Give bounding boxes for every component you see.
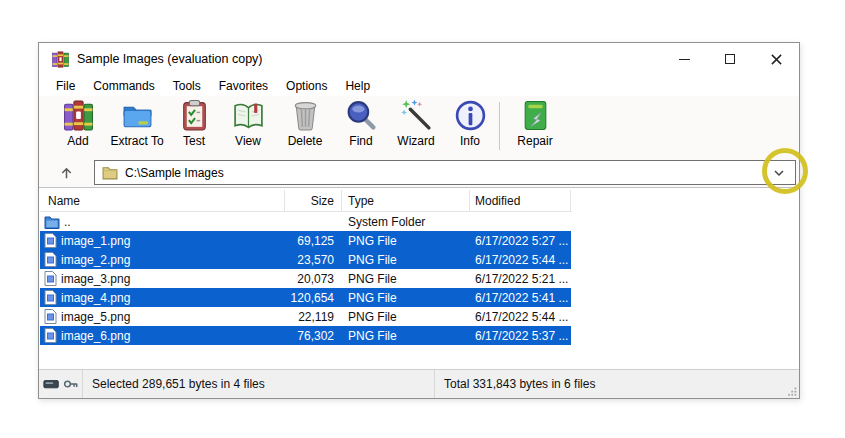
file-row-image-2[interactable]: image_2.png 23,570 PNG File 6/17/2022 5:… [40, 250, 571, 269]
delete-trash-icon [289, 99, 322, 132]
png-file-icon [44, 290, 57, 305]
column-header-name[interactable]: Name [40, 190, 285, 211]
up-folder-icon [44, 215, 60, 229]
title-bar[interactable]: Sample Images (evaluation copy) [39, 43, 799, 75]
caption-buttons [661, 43, 799, 75]
add-archive-icon [62, 99, 95, 132]
chevron-down-icon [774, 170, 784, 177]
parent-type-cell: System Folder [342, 212, 470, 231]
extract-folder-icon [121, 99, 154, 132]
add-button[interactable]: Add [49, 99, 107, 155]
find-label: Find [349, 134, 372, 148]
file-row-image-3[interactable]: image_3.png 20,073 PNG File 6/17/2022 5:… [40, 269, 571, 288]
minimize-icon [679, 59, 690, 60]
winrar-app-icon [52, 51, 69, 68]
maximize-icon [725, 54, 735, 64]
menu-options[interactable]: Options [277, 77, 336, 95]
file-list: Name Size Type Modified .. System Folder [40, 190, 798, 369]
file-row-image-1[interactable]: image_1.png 69,125 PNG File 6/17/2022 5:… [40, 231, 571, 250]
close-button[interactable] [753, 43, 799, 75]
menu-help[interactable]: Help [336, 77, 379, 95]
resize-grip[interactable] [788, 387, 797, 396]
up-directory-button[interactable] [49, 161, 83, 185]
close-icon [771, 54, 782, 65]
minimize-button[interactable] [661, 43, 707, 75]
view-book-icon [232, 99, 265, 132]
menu-favorites[interactable]: Favorites [210, 77, 277, 95]
repair-icon [519, 99, 552, 132]
delete-button[interactable]: Delete [275, 99, 335, 155]
address-path-text: C:\Sample Images [125, 166, 224, 180]
winrar-window: Sample Images (evaluation copy) File Com… [38, 42, 800, 399]
test-label: Test [183, 134, 205, 148]
key-icon [63, 377, 79, 391]
find-button[interactable]: Find [335, 99, 387, 155]
column-header-size[interactable]: Size [285, 190, 342, 211]
wizard-button[interactable]: Wizard [387, 99, 445, 155]
menu-commands[interactable]: Commands [84, 77, 163, 95]
extract-to-button[interactable]: Extract To [107, 99, 167, 155]
png-file-icon [44, 309, 57, 324]
toolbar-separator [499, 102, 500, 150]
test-button[interactable]: Test [167, 99, 221, 155]
png-file-icon [44, 328, 57, 343]
wizard-wand-icon [400, 99, 433, 132]
column-header-type[interactable]: Type [342, 190, 470, 211]
extract-to-label: Extract To [110, 134, 163, 148]
menu-tools[interactable]: Tools [164, 77, 210, 95]
status-icons [39, 370, 83, 398]
status-total-panel: Total 331,843 bytes in 6 files [435, 370, 799, 398]
list-header: Name Size Type Modified [40, 190, 572, 212]
info-label: Info [460, 134, 480, 148]
menu-bar: File Commands Tools Favorites Options He… [39, 75, 799, 96]
address-dropdown-button[interactable] [767, 165, 791, 182]
disk-icon [43, 377, 60, 391]
repair-button[interactable]: Repair [504, 99, 566, 155]
toolbar: Add Extract To [39, 96, 799, 158]
png-file-icon [44, 233, 57, 248]
status-selected-info: Selected 289,651 bytes in 4 files [83, 370, 435, 398]
view-label: View [235, 134, 261, 148]
png-file-icon [44, 271, 57, 286]
folder-icon [102, 166, 118, 180]
file-row-image-6[interactable]: image_6.png 76,302 PNG File 6/17/2022 5:… [40, 326, 571, 345]
test-clipboard-icon [178, 99, 211, 132]
view-button[interactable]: View [221, 99, 275, 155]
address-bar: C:\Sample Images [39, 158, 799, 188]
repair-label: Repair [517, 134, 552, 148]
wizard-label: Wizard [397, 134, 434, 148]
maximize-button[interactable] [707, 43, 753, 75]
menu-file[interactable]: File [47, 77, 84, 95]
parent-name-cell: .. [40, 212, 285, 231]
status-bar: Selected 289,651 bytes in 4 files Total … [39, 369, 799, 398]
add-label: Add [67, 134, 88, 148]
file-row-image-4[interactable]: image_4.png 120,654 PNG File 6/17/2022 5… [40, 288, 571, 307]
up-arrow-icon [59, 165, 74, 181]
address-path-field[interactable]: C:\Sample Images [94, 160, 796, 185]
delete-label: Delete [288, 134, 323, 148]
png-file-icon [44, 252, 57, 267]
window-title: Sample Images (evaluation copy) [77, 52, 263, 66]
status-total-info: Total 331,843 bytes in 6 files [444, 377, 595, 391]
info-button[interactable]: Info [445, 99, 495, 155]
info-icon [454, 99, 487, 132]
desktop-canvas: Sample Images (evaluation copy) File Com… [0, 0, 845, 438]
file-row-image-5[interactable]: image_5.png 22,119 PNG File 6/17/2022 5:… [40, 307, 571, 326]
find-magnifier-icon [345, 99, 378, 132]
column-header-modified[interactable]: Modified [470, 190, 571, 211]
parent-directory-row[interactable]: .. System Folder [40, 212, 571, 231]
